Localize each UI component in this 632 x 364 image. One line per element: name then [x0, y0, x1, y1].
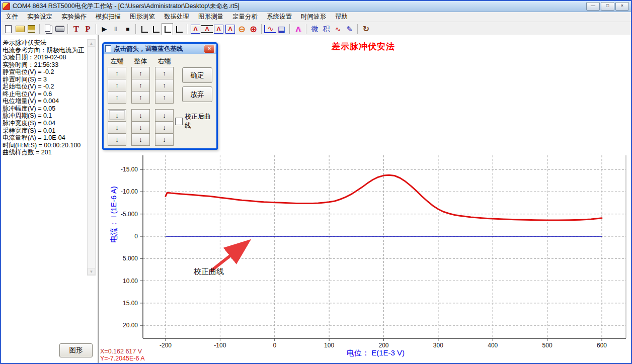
x-tick-label: -200 [160, 342, 172, 349]
menu-item-experiment-setup[interactable]: 实验设定 [23, 12, 57, 22]
column-header-left: 左端 [108, 57, 126, 66]
baseline-down-right-3[interactable]: ↓ [155, 133, 174, 146]
param-line: 电流量程(A) = 1.0E-04 [3, 134, 98, 142]
dialog-title: 点击箭头，调整蓝色基线 [114, 45, 183, 53]
toolbar-separator [67, 24, 68, 34]
menu-item-data-processing[interactable]: 数据处理 [160, 12, 194, 22]
integrate-icon[interactable]: 积 [321, 23, 332, 35]
peak-view2-icon[interactable]: Λ [225, 25, 235, 34]
ok-button[interactable]: 确定 [182, 67, 212, 83]
dialog-title-bar[interactable]: 点击箭头，调整蓝色基线 × [104, 44, 216, 54]
menu-item-time-waveform[interactable]: 时间波形 [296, 12, 331, 22]
edit-icon[interactable]: ✎ [344, 23, 355, 35]
rotate-3d-icon[interactable]: ↻ [360, 23, 372, 35]
window-controls: —□× [586, 2, 629, 11]
minimize-button[interactable]: — [586, 2, 600, 11]
maximize-button[interactable]: □ [601, 2, 614, 11]
peak-view1-icon[interactable]: Λ [214, 25, 223, 34]
baseline-up-whole-1[interactable]: ↑ [131, 67, 150, 79]
menu-item-experiment-operation[interactable]: 实验操作 [57, 12, 91, 22]
baseline-up-whole-3[interactable]: ↑ [131, 91, 150, 104]
param-line: 实验时间：21:56:33 [3, 61, 98, 69]
toolbar-separator [39, 24, 40, 34]
y-tick-label: 20.00 [123, 322, 138, 329]
method-name-line: 差示脉冲伏安法 [3, 39, 98, 47]
y-tick-label: -5.000 [121, 211, 138, 218]
manual-curve-icon[interactable]: ∿ [264, 25, 276, 33]
param-line: 脉冲幅度(V) = 0.05 [3, 105, 98, 113]
fit-peak-icon[interactable]: Λ [201, 25, 213, 33]
baseline-up-right-3[interactable]: ↑ [155, 91, 174, 104]
run-icon[interactable]: ▶ [99, 23, 110, 35]
stop-icon[interactable]: ■ [122, 23, 133, 35]
app-icon [3, 3, 10, 10]
baseline-down-right-1[interactable]: ↓ [155, 109, 174, 122]
toolbar-separator [289, 24, 290, 34]
dialog-close-icon[interactable]: × [204, 45, 215, 53]
baseline-down-whole-3[interactable]: ↓ [131, 133, 150, 146]
x-tick-label: -100 [214, 342, 226, 349]
cancel-button[interactable]: 放弃 [182, 86, 212, 102]
menu-item-file[interactable]: 文件 [1, 12, 23, 22]
smooth-curve-icon[interactable]: ∿ [332, 23, 344, 35]
print-icon[interactable] [54, 23, 65, 35]
axis-x-expand-icon[interactable] [173, 23, 185, 35]
letter-T-icon[interactable]: T [70, 23, 82, 35]
menu-item-simulated-scan[interactable]: 模拟扫描 [91, 12, 125, 22]
data-list-icon[interactable]: ▤ [276, 23, 287, 35]
baseline-down-whole-2[interactable]: ↓ [131, 121, 150, 134]
peak-analysis-icon[interactable]: Λ [292, 23, 304, 35]
parameter-list: 差示脉冲伏安法电流参考方向：阴极电流为正实验日期：2019-02-08实验时间：… [1, 35, 98, 156]
param-line: 静置时间(S) = 3 [3, 76, 98, 83]
baseline-up-left-3[interactable]: ↑ [108, 91, 126, 104]
new-icon[interactable] [3, 23, 14, 35]
corrected-curve-label: 校正后曲线 [185, 112, 216, 130]
menu-item-quantitative-analysis[interactable]: 定量分析 [228, 12, 262, 22]
y-tick-label: 10.00 [123, 278, 138, 285]
x-axis-label: 电位： E(1E-3 V) [347, 348, 405, 358]
baseline-down-whole-1[interactable]: ↓ [131, 109, 150, 122]
baseline-down-right-2[interactable]: ↓ [155, 121, 174, 134]
differentiate-icon[interactable]: 微 [309, 23, 321, 35]
column-header-right: 右端 [155, 57, 174, 66]
scroll-up-icon[interactable]: ▲ [88, 40, 95, 47]
baseline-up-right-2[interactable]: ↑ [155, 79, 174, 92]
toolbar-separator [187, 24, 188, 34]
corrected-curve-checkbox[interactable] [175, 118, 183, 125]
param-line: 采样宽度(S) = 0.01 [3, 127, 98, 135]
baseline-up-right-1[interactable]: ↑ [155, 67, 174, 79]
baseline-up-left-1[interactable]: ↑ [108, 67, 126, 79]
graph-button[interactable]: 图形 [59, 343, 93, 357]
arrow-column-down-right: ↓↓↓ [155, 110, 174, 146]
axis-y-expand-icon[interactable] [138, 23, 150, 35]
title-bar: COM4 8634 RST5000电化学工作站 - [C:\Users\Admi… [1, 1, 631, 12]
baseline-down-left-2[interactable]: ↓ [108, 121, 126, 134]
open-icon[interactable] [14, 23, 26, 35]
letter-P-icon[interactable]: P [82, 23, 94, 35]
baseline-up-left-2[interactable]: ↑ [108, 79, 126, 92]
cursor-y-readout: Y=-7.2045E-6 A [100, 355, 145, 362]
axis-y-shrink-icon[interactable] [150, 23, 162, 35]
menu-item-system-settings[interactable]: 系统设置 [262, 12, 296, 22]
autoscale-peak-icon[interactable]: Λ [191, 25, 200, 34]
copy-icon[interactable] [42, 23, 54, 35]
baseline-down-left-3[interactable]: ↓ [108, 133, 126, 146]
zoom-out-icon[interactable]: ⊖ [236, 23, 248, 35]
baseline-down-left-1[interactable]: ↓ [108, 109, 126, 122]
menu-item-graph-view[interactable]: 图形浏览 [125, 12, 160, 22]
menu-item-help[interactable]: 帮助 [331, 12, 352, 22]
sidebar-scrollbar[interactable]: ▲ ▼ [87, 39, 96, 276]
param-line: 脉冲宽度(S) = 0.04 [3, 120, 98, 127]
cursor-x-readout: X=0.162 617 V [100, 348, 142, 355]
axis-x-shrink-icon[interactable] [162, 23, 173, 35]
pause-icon[interactable]: ‖ [110, 23, 122, 35]
scroll-down-icon[interactable]: ▼ [88, 268, 95, 275]
close-button[interactable]: × [615, 2, 629, 11]
save-icon[interactable] [26, 23, 37, 35]
x-tick-label: 300 [433, 342, 443, 349]
x-tick-label: 400 [488, 342, 498, 349]
menu-item-graph-measurement[interactable]: 图形测量 [194, 12, 228, 22]
param-line: 时间(H:M:S) = 00:00:20.100 [3, 142, 98, 149]
zoom-in-icon[interactable]: ⊕ [248, 23, 259, 35]
baseline-up-whole-2[interactable]: ↑ [131, 79, 150, 92]
